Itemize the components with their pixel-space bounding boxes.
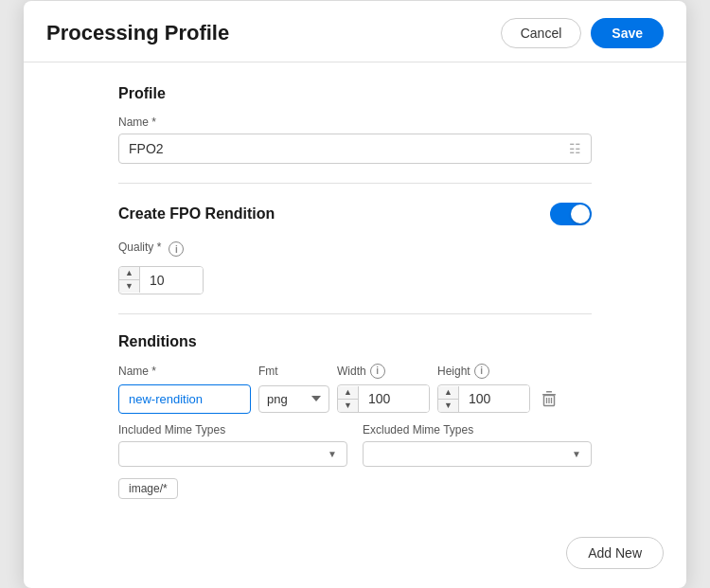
quality-input[interactable]	[140, 267, 204, 294]
page-title: Processing Profile	[46, 21, 229, 45]
width-info-icon: i	[370, 364, 385, 379]
width-spinner-buttons: ▲ ▼	[338, 386, 359, 412]
table-row: png jpg gif webp ▲ ▼ ▲ ▼	[118, 384, 592, 414]
quality-spinner: ▲ ▼	[118, 266, 204, 294]
excluded-mime-label: Excluded Mime Types	[363, 423, 592, 437]
height-info-icon: i	[474, 364, 489, 379]
col-name-label: Name *	[118, 365, 251, 378]
input-clear-icon: ☷	[569, 141, 581, 156]
mime-types-row: Included Mime Types ▼ Excluded Mime Type…	[118, 423, 592, 467]
modal-footer: Add New	[24, 522, 686, 588]
profile-section: Profile Name * ☷	[118, 85, 592, 164]
modal-body: Profile Name * ☷ Create FPO Rendition Qu…	[24, 62, 686, 522]
height-spinner: ▲ ▼	[437, 384, 530, 413]
quality-info-icon: i	[169, 241, 184, 257]
height-decrement-button[interactable]: ▼	[438, 400, 458, 412]
name-field-label: Name *	[118, 116, 592, 129]
col-fmt-label: Fmt	[258, 365, 329, 378]
height-increment-button[interactable]: ▲	[438, 386, 458, 400]
renditions-section-title: Renditions	[118, 333, 592, 350]
renditions-col-headers: Name * Fmt Width i Height i	[118, 364, 592, 379]
included-mime-select-wrapper[interactable]: ▼	[118, 441, 347, 467]
quality-row: Quality * i	[118, 241, 592, 258]
profile-section-title: Profile	[118, 85, 592, 102]
header-buttons: Cancel Save	[501, 18, 664, 48]
excluded-mime-col: Excluded Mime Types ▼	[363, 423, 592, 467]
width-increment-button[interactable]: ▲	[338, 386, 358, 400]
fmt-select[interactable]: png jpg gif webp	[258, 385, 329, 413]
name-input-wrapper: ☷	[118, 134, 592, 164]
divider-1	[118, 183, 592, 184]
quality-spinner-buttons: ▲ ▼	[119, 267, 140, 293]
delete-rendition-button[interactable]	[538, 386, 564, 411]
col-width-label: Width	[337, 365, 366, 378]
cancel-button[interactable]: Cancel	[501, 18, 582, 48]
fpo-toggle-row: Create FPO Rendition	[118, 203, 592, 225]
fpo-section: Create FPO Rendition Quality * i ▲ ▼	[118, 203, 592, 294]
save-button[interactable]: Save	[591, 18, 664, 48]
width-decrement-button[interactable]: ▼	[338, 400, 358, 412]
mime-tag: image/*	[118, 478, 178, 499]
toggle-slider	[550, 203, 592, 225]
height-input[interactable]	[459, 385, 530, 412]
svg-rect-1	[546, 391, 552, 393]
mime-tags-area: image/*	[118, 478, 592, 499]
name-input[interactable]	[129, 141, 562, 156]
fpo-toggle[interactable]	[550, 203, 592, 225]
rendition-name-input[interactable]	[118, 384, 251, 414]
renditions-section: Renditions Name * Fmt Width i Height i	[118, 333, 592, 499]
trash-icon	[541, 390, 557, 407]
width-input[interactable]	[359, 385, 430, 412]
modal-header: Processing Profile Cancel Save	[24, 1, 686, 62]
add-new-button[interactable]: Add New	[566, 537, 664, 569]
included-mime-col: Included Mime Types ▼	[118, 423, 347, 467]
quality-increment-button[interactable]: ▲	[119, 267, 139, 280]
fpo-section-title: Create FPO Rendition	[118, 205, 275, 223]
excluded-mime-select-wrapper[interactable]: ▼	[363, 441, 592, 467]
width-spinner: ▲ ▼	[337, 384, 430, 413]
quality-label: Quality *	[118, 241, 161, 254]
modal-container: Processing Profile Cancel Save Profile N…	[24, 1, 686, 588]
col-height-label: Height	[437, 365, 470, 378]
quality-decrement-button[interactable]: ▼	[119, 280, 139, 293]
height-spinner-buttons: ▲ ▼	[438, 386, 459, 412]
divider-2	[118, 313, 592, 314]
included-mime-label: Included Mime Types	[118, 423, 347, 437]
